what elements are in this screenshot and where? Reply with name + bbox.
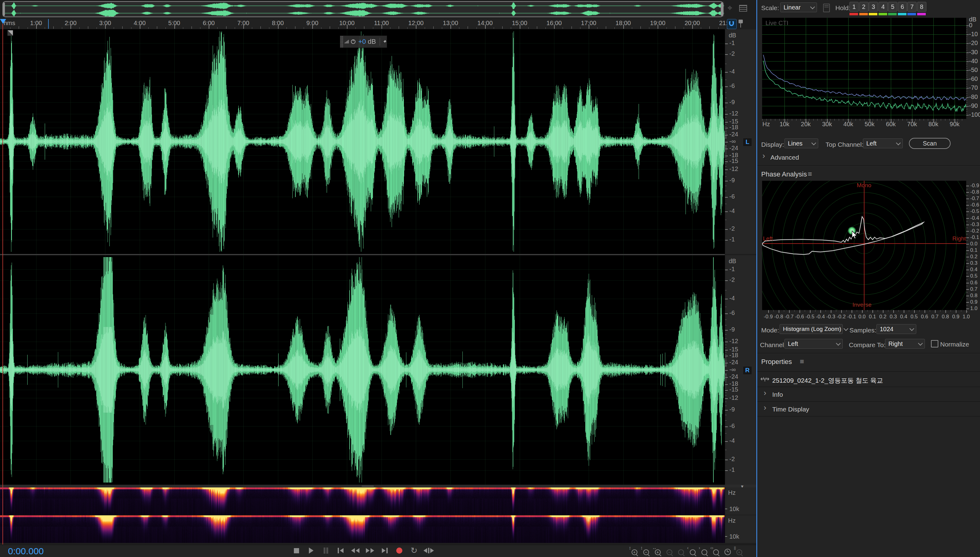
hold-button-7[interactable]: 7: [907, 2, 917, 11]
snap-magnet-icon[interactable]: [727, 19, 737, 29]
gain-knob-icon[interactable]: [350, 38, 356, 46]
zoom-in-amplitude-button[interactable]: ↕+: [629, 546, 640, 555]
samples-dropdown[interactable]: 1024: [876, 324, 916, 334]
hold-button-5[interactable]: 5: [888, 2, 897, 11]
hold-color-bar: [898, 13, 907, 15]
info-section-label[interactable]: Info: [772, 391, 783, 398]
zoom-out-time-button[interactable]: −: [664, 546, 675, 555]
hold-button-6[interactable]: 6: [898, 2, 907, 11]
skip-selection-button[interactable]: [423, 546, 434, 555]
gain-hud[interactable]: +0 dB: [340, 36, 387, 48]
waveform-right-channel[interactable]: [0, 255, 725, 485]
pan-zoom-icon[interactable]: ⌖: [728, 3, 733, 13]
timeline-quarter-tick: [442, 27, 442, 29]
db-minor-tick: [725, 117, 726, 117]
fast-forward-button[interactable]: [365, 546, 375, 555]
phase-y-minor-tick: [966, 299, 968, 299]
zoom-in-time-button[interactable]: ↔+: [652, 546, 663, 555]
timeline-major-tick: [381, 25, 382, 29]
play-button[interactable]: [306, 546, 316, 555]
freq-y-minor-tick: [966, 72, 967, 72]
info-chevron-icon[interactable]: ›: [763, 390, 767, 396]
hud-gain-value[interactable]: +0: [358, 38, 366, 46]
hold-button-2[interactable]: 2: [859, 2, 868, 11]
properties-panel-menu-icon[interactable]: ≡: [800, 357, 804, 366]
top-channel-dropdown[interactable]: Left: [863, 138, 903, 148]
record-button[interactable]: [394, 546, 404, 555]
timeline-quarter-tick: [459, 27, 459, 29]
db-label: -18: [729, 380, 738, 387]
overview-view-range[interactable]: [2, 1, 723, 17]
channel-dropdown[interactable]: Left: [785, 339, 843, 349]
db-label: -2: [729, 50, 735, 57]
phase-analysis-plot[interactable]: [762, 181, 966, 310]
hold-button-8[interactable]: 8: [917, 2, 926, 11]
zoom-full-button[interactable]: ▮+: [734, 546, 745, 555]
overview-right-handle[interactable]: [721, 2, 723, 16]
overview-left-handle[interactable]: [3, 2, 5, 16]
normalize-checkbox[interactable]: [931, 340, 938, 347]
phase-y-label: -0.1: [970, 235, 979, 241]
channel-divider[interactable]: [0, 254, 725, 255]
mode-dropdown[interactable]: Histogram (Log Zoom): [780, 324, 843, 334]
phase-panel-menu-icon[interactable]: ≡: [808, 170, 812, 178]
rewind-button[interactable]: [350, 546, 360, 555]
phase-y-label: 0.3: [970, 260, 978, 266]
splitter-grip[interactable]: [361, 485, 374, 487]
spectrogram-left-channel[interactable]: [0, 487, 725, 515]
hold-button-3[interactable]: 3: [869, 2, 878, 11]
advanced-chevron-icon[interactable]: ›: [762, 153, 765, 159]
db-minor-tick: [725, 147, 726, 148]
pin-icon[interactable]: [383, 39, 387, 45]
time-display-section-label[interactable]: Time Display: [772, 406, 809, 413]
freq-y-minor-tick: [966, 27, 967, 28]
db-label: -9: [729, 406, 735, 413]
file-name[interactable]: 251209_0242_1-2_영등포동 철도 육교: [772, 376, 883, 385]
timeline-quarter-tick: [355, 27, 356, 29]
freq-y-minor-tick: [966, 54, 967, 54]
zoom-out-amplitude-button[interactable]: ↕−: [640, 546, 651, 555]
zoom-in-at-out-point-button[interactable]: ›: [699, 546, 710, 555]
waveform-left-channel[interactable]: [0, 29, 725, 254]
db-minor-tick: [725, 138, 726, 138]
stop-button[interactable]: [291, 546, 301, 555]
zoom-reset-button[interactable]: [676, 546, 687, 555]
skip-to-end-button[interactable]: [379, 546, 390, 555]
scan-button[interactable]: Scan: [909, 138, 951, 149]
spectrogram-splitter[interactable]: ▾: [0, 485, 757, 487]
fade-in-handle[interactable]: [7, 30, 13, 36]
time-display-chevron-icon[interactable]: ›: [763, 404, 767, 410]
timeline-quarter-tick: [217, 27, 218, 29]
marker-pin-icon[interactable]: [739, 20, 743, 28]
scale-dropdown[interactable]: Linear: [780, 2, 817, 12]
loop-playback-button[interactable]: ↻: [409, 546, 419, 555]
phase-y-label: -0.7: [970, 195, 979, 202]
hold-button-4[interactable]: 4: [879, 2, 888, 11]
editor-panel-menu-icon[interactable]: [739, 5, 747, 11]
advanced-label[interactable]: Advanced: [770, 154, 799, 161]
top-channel-label: Top Channel:: [825, 141, 864, 148]
time-display[interactable]: 0:00.000: [8, 546, 44, 556]
skip-to-start-button[interactable]: [335, 546, 346, 555]
playhead-line[interactable]: [2, 24, 3, 544]
zoom-timed-button[interactable]: [722, 546, 733, 555]
hold-button-1[interactable]: 1: [850, 2, 859, 11]
channel-badge[interactable]: L: [743, 138, 752, 147]
playhead-handle[interactable]: [0, 19, 6, 24]
panel-divider[interactable]: [756, 0, 757, 557]
compare-to-dropdown[interactable]: Right: [885, 339, 925, 349]
phase-y-label: 0.8: [970, 293, 978, 299]
phase-x-major-tick: [831, 310, 831, 313]
spectrogram-right-channel[interactable]: [0, 515, 725, 543]
pause-button[interactable]: [321, 546, 331, 555]
hz-unit-label: Hz: [728, 489, 736, 496]
clipboard-icon[interactable]: [823, 4, 830, 12]
phase-x-major-tick: [810, 310, 811, 313]
zoom-in-at-in-point-button[interactable]: ‹: [687, 546, 698, 555]
frequency-analysis-graph[interactable]: [762, 18, 966, 119]
phase-y-major-tick: [966, 302, 969, 303]
zoom-to-selection-button[interactable]: ‹›: [710, 546, 721, 555]
channel-badge[interactable]: R: [743, 366, 752, 375]
hud-drag-handle[interactable]: [340, 36, 343, 47]
display-dropdown[interactable]: Lines: [785, 138, 818, 148]
